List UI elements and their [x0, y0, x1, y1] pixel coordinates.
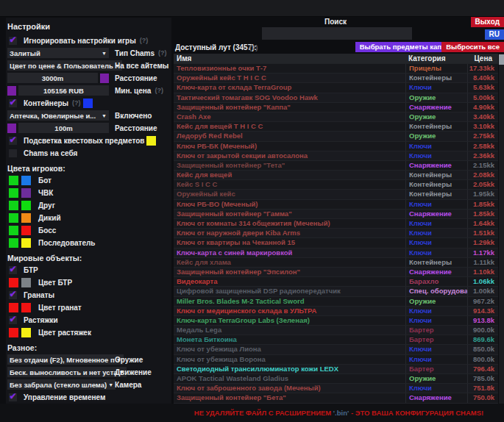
- settings-dropdown[interactable]: Цвет по цене & Пользователь▼: [7, 60, 122, 71]
- color-swatch[interactable]: [100, 74, 109, 83]
- color-swatch[interactable]: [21, 278, 31, 287]
- checkbox[interactable]: ✔: [9, 99, 17, 107]
- loot-row[interactable]: Защищенный контейнер "Тета"Снаряжение2.1…: [174, 160, 498, 170]
- checkbox[interactable]: ✔: [9, 137, 17, 145]
- loot-row[interactable]: Crash AxeОружие3.40kk: [174, 112, 498, 121]
- loot-title: Доступный лут (3457):: [175, 43, 257, 51]
- loot-row[interactable]: Ключ РБ-БК (Меченый)Ключи2.58kk: [174, 141, 498, 151]
- color-swatch[interactable]: [7, 124, 16, 133]
- loot-item-name: Ключ-карта TerraGroup Labs (Зеленая): [174, 316, 405, 325]
- loot-row[interactable]: Тактический томагавк SOG Voodoo HawkОруж…: [174, 93, 498, 102]
- checkbox[interactable]: ✔: [9, 266, 17, 274]
- color-swatch[interactable]: [9, 303, 18, 312]
- loot-row[interactable]: Кейс S I C CКонтейнеры2.05kk: [174, 179, 498, 189]
- settings-input[interactable]: 3000m: [7, 73, 98, 83]
- color-swatch[interactable]: [21, 303, 31, 312]
- settings-dropdown[interactable]: Без отдачи (F2), Мгновенное п▼: [7, 354, 124, 365]
- loot-row[interactable]: Ключ от комнаты 314 общежития (Меченый)К…: [174, 218, 498, 228]
- color-swatch[interactable]: [9, 188, 18, 198]
- table-scrollbar[interactable]: [499, 54, 504, 404]
- loot-row[interactable]: Ледоруб Red RebelОружие2.75kk: [174, 131, 498, 140]
- search-label: Поиск: [262, 18, 409, 26]
- loot-row[interactable]: APOK Tactical Wasteland GladiusОружие785…: [174, 373, 498, 383]
- color-swatch[interactable]: [9, 176, 18, 185]
- col-header-category[interactable]: Категория: [405, 54, 467, 63]
- color-swatch[interactable]: [21, 188, 31, 198]
- loot-item-category: Ключи: [405, 219, 467, 228]
- loot-row[interactable]: Кейс для вещейКонтейнеры2.08kk: [174, 170, 498, 179]
- settings-dropdown[interactable]: Без забрала (стекло шлема)▼: [7, 379, 116, 390]
- color-swatch[interactable]: [21, 226, 31, 235]
- loot-row[interactable]: Ключ-карта с синей маркировкойКлючи1.17k…: [174, 248, 498, 257]
- loot-row[interactable]: Кейс для вещей T H I C CКонтейнеры3.10kk: [174, 121, 498, 131]
- settings-dropdown[interactable]: Аптечка, Ювелирные и...▼: [7, 110, 109, 121]
- loot-row[interactable]: Ключ от убежища ВоронаКлючи800.0k: [174, 354, 498, 364]
- color-swatch[interactable]: [21, 176, 31, 185]
- loot-row[interactable]: Ключ от квартиры на Чеканной 15Ключи1.29…: [174, 237, 498, 247]
- settings-dropdown[interactable]: Залитый▼: [7, 48, 109, 58]
- loot-row[interactable]: Монета БиткоинаБартер869.6k: [174, 335, 498, 344]
- loot-item-category: Снаряжение: [405, 161, 467, 170]
- loot-row[interactable]: Оружейный кейс T H I C CКонтейнеры8.40kk: [174, 73, 498, 82]
- scrollbar-thumb[interactable]: [499, 54, 504, 65]
- settings-row: Залитый▼Тип Chams(?): [7, 48, 171, 58]
- loot-item-name: Защищенный контейнер "Каппа": [174, 103, 405, 112]
- checkbox[interactable]: ✔: [9, 291, 17, 299]
- loot-row[interactable]: Защищенный контейнер "Гамма"Снаряжение1.…: [174, 209, 498, 218]
- color-swatch[interactable]: [9, 328, 18, 337]
- loot-row[interactable]: Ключ от закрытой секции автосалонаКлючи2…: [174, 151, 498, 160]
- loot-row[interactable]: Ключ от убежища ЛионаКлючи850.0k: [174, 344, 498, 354]
- settings-input[interactable]: 100m: [18, 123, 109, 133]
- loot-row[interactable]: Защищенный контейнер "Каппа"Снаряжение4.…: [174, 102, 498, 112]
- settings-input[interactable]: 105156 RUB: [18, 85, 109, 96]
- settings-dropdown[interactable]: Беск. выносливость и нет уста▼: [7, 367, 127, 377]
- loot-row[interactable]: Медаль LegaБартер900.0k: [174, 325, 498, 335]
- color-swatch[interactable]: [9, 201, 18, 210]
- col-header-price[interactable]: Цена: [467, 54, 498, 63]
- loot-item-category: Снаряжение: [405, 210, 467, 218]
- col-header-name[interactable]: Имя: [174, 54, 405, 63]
- drop-all-button[interactable]: Выбросить все: [441, 42, 504, 52]
- color-swatch[interactable]: [9, 278, 18, 287]
- color-swatch[interactable]: [83, 99, 93, 108]
- loot-row[interactable]: Оружейный кейсКонтейнеры1.95kk: [174, 189, 498, 199]
- color-swatch[interactable]: [21, 213, 31, 223]
- loot-item-price: 800.0k: [467, 355, 498, 364]
- color-swatch[interactable]: [7, 86, 16, 96]
- loot-row[interactable]: Тепловизионные очки Т-7Прицелы17.33kk: [174, 63, 498, 73]
- checkbox[interactable]: ✔: [9, 393, 17, 401]
- checkbox[interactable]: ✔: [9, 37, 17, 45]
- color-swatch[interactable]: [146, 136, 156, 146]
- settings-row: 3000mРасстояние: [7, 73, 171, 83]
- loot-row[interactable]: Ключ-карта от склада TerraGroupКлючи5.63…: [174, 82, 498, 92]
- color-swatch[interactable]: [21, 328, 31, 337]
- color-swatch[interactable]: [9, 213, 18, 223]
- exit-button[interactable]: Выход: [471, 17, 504, 27]
- checkbox-label: Chams на себя: [24, 149, 77, 157]
- loot-row[interactable]: Ключ от медицинского склада в УЛЬТРАКлюч…: [174, 306, 498, 315]
- dropdown-label: На все айтемы: [115, 62, 168, 70]
- settings-row: ✔БТР: [7, 265, 171, 275]
- loot-row[interactable]: Цифровой защищенный DSP радиопередатчикС…: [174, 286, 498, 296]
- color-swatch[interactable]: [9, 238, 18, 248]
- loot-row[interactable]: Ключ-карта TerraGroup Labs (Зеленая)Ключ…: [174, 315, 498, 325]
- loot-row[interactable]: Защищенный контейнер "Бета"Снаряжение750…: [174, 393, 498, 402]
- loot-row[interactable]: Miller Bros. Blades M-2 Tactical SwordОр…: [174, 296, 498, 306]
- select-kappa-items-button[interactable]: Выбрать предметы каппа: [355, 42, 454, 52]
- color-swatch[interactable]: [21, 201, 31, 210]
- loot-row[interactable]: ВидеокартаБарахло1.06kk: [174, 276, 498, 286]
- loot-row[interactable]: Кейс для хламаКонтейнеры1.11kk: [174, 257, 498, 267]
- search-input[interactable]: [262, 27, 412, 40]
- checkbox[interactable]: [9, 149, 17, 157]
- loot-item-price: 2.05kk: [467, 180, 498, 189]
- loot-row[interactable]: Ключ РБ-ВО (Меченый)Ключи1.85kk: [174, 199, 498, 209]
- loot-row[interactable]: Ключ от наружной двери Kiba ArmsКлючи1.5…: [174, 228, 498, 237]
- color-swatch[interactable]: [9, 226, 18, 235]
- loot-item-category: Контейнеры: [405, 122, 467, 131]
- loot-row[interactable]: Защищенный контейнер "Эпсилон"Снаряжение…: [174, 267, 498, 276]
- color-swatch[interactable]: [21, 238, 31, 248]
- loot-row[interactable]: Светодиодный трансиллюминатор кожи LEDXБ…: [174, 364, 498, 373]
- loot-row[interactable]: Ключ от заброшенного завода (Меченый)Клю…: [174, 383, 498, 393]
- language-button[interactable]: RU: [485, 29, 504, 40]
- checkbox[interactable]: ✔: [9, 316, 17, 324]
